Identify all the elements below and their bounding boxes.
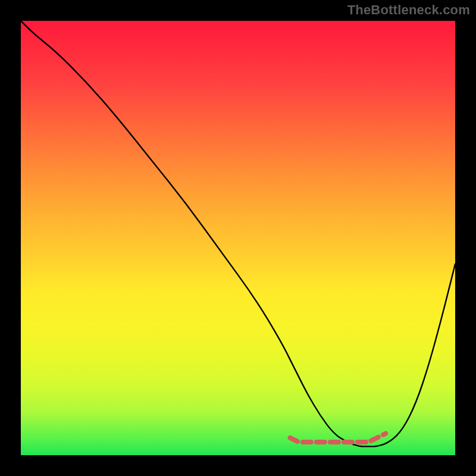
chart-gradient-background [21,21,455,455]
chart-frame: TheBottleneck.com [0,0,476,476]
watermark-text: TheBottleneck.com [347,2,470,18]
